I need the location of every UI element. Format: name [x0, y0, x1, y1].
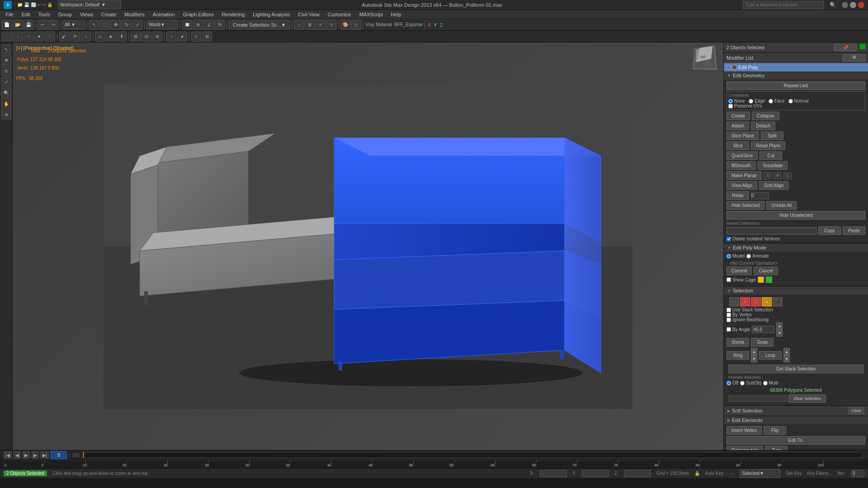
quickslice-btn[interactable]: QuickSlice — [726, 151, 758, 160]
tb-select-region[interactable]: ⬚ — [100, 20, 110, 30]
angle-spin-down[interactable]: ▼ — [776, 329, 783, 337]
menu-group[interactable]: Group — [54, 11, 75, 18]
tb-save[interactable]: 💾 — [24, 20, 33, 30]
lt-scale[interactable]: ⤢ — [1, 77, 11, 87]
preview-off-radio[interactable]: Off — [726, 380, 738, 385]
iter-input[interactable] — [851, 470, 864, 477]
gridalign-btn[interactable]: Grid Align — [759, 181, 788, 190]
workspace-dropdown[interactable]: Workspace: Default ▼ — [58, 0, 121, 9]
minimize-button[interactable] — [842, 2, 848, 8]
hide-unselected-btn[interactable]: Hide Unselected — [726, 211, 865, 220]
ignore-backfacing-checkbox[interactable]: Ignore Backfacing — [726, 317, 865, 322]
tb-weld[interactable]: ○ — [166, 32, 176, 42]
tb-redo[interactable]: ↪ — [48, 20, 58, 30]
section-edit-geometry-header[interactable]: ▼ Edit Geometry — [724, 71, 868, 80]
tb-connect[interactable]: ⊞ — [131, 32, 141, 42]
tb-align[interactable]: ⊞ — [305, 20, 315, 30]
menu-maxscript[interactable]: MAXScript — [356, 11, 387, 18]
tb-open[interactable]: 📂 — [13, 20, 23, 30]
grow-btn[interactable]: Grow — [751, 338, 774, 347]
tb-select[interactable]: ↖ — [89, 20, 99, 30]
create-btn[interactable]: Create — [726, 112, 750, 120]
menu-create[interactable]: Create — [98, 11, 120, 18]
tb-angle-snap[interactable]: ∠ — [204, 20, 214, 30]
tb-snap2[interactable]: ⊕ — [193, 20, 203, 30]
axis-x-btn[interactable]: X — [764, 172, 772, 179]
section-soft-selection-header[interactable]: ▶ Soft Selection Clear — [724, 406, 868, 416]
status-x-input[interactable] — [540, 470, 567, 477]
tb-border-sub[interactable]: □ — [24, 32, 33, 42]
model-radio[interactable]: Model — [726, 253, 745, 258]
create-selection-button[interactable]: Create Selection Sc... ▼ — [229, 20, 290, 29]
tb-element-sub[interactable]: ⬛ — [45, 32, 55, 42]
relax-btn[interactable]: Relax — [726, 191, 749, 200]
section-edit-poly-mode-header[interactable]: ▼ Edit Poly Mode — [724, 244, 868, 252]
edit-poly-modifier[interactable]: Edit Poly — [724, 63, 868, 71]
tb-material[interactable]: 🎨 — [340, 20, 350, 30]
ring-spin-down[interactable]: ▼ — [751, 355, 757, 362]
tb-undo[interactable]: ↩ — [38, 20, 47, 30]
viewport[interactable]: [+] [Perspective] [Shaded] Total 2 Objec… — [13, 42, 723, 450]
animate-radio[interactable]: Animate — [746, 253, 769, 258]
search-input[interactable] — [743, 1, 824, 9]
cage-color-swatch-1[interactable] — [758, 277, 764, 283]
insert-vertex-btn[interactable]: Insert Vertex — [726, 426, 762, 435]
flip-btn[interactable]: Flip — [764, 426, 786, 435]
tb-select-loop[interactable]: ↕ — [81, 32, 91, 42]
menu-edit[interactable]: Edit — [18, 11, 34, 18]
by-angle-checkbox[interactable]: By Angle — [726, 327, 750, 332]
tb-layer[interactable]: ≡ — [316, 20, 326, 30]
nav-cube[interactable]: Top — [693, 46, 720, 73]
selected-dropdown[interactable]: Selected ▼ — [740, 469, 780, 478]
paste-btn[interactable]: Paste — [843, 226, 865, 235]
tb-bridge[interactable]: ⊟ — [142, 32, 151, 42]
mode-dropdown[interactable]: All ▼ — [62, 20, 85, 29]
by-vertex-checkbox[interactable]: By Vertex — [726, 312, 865, 317]
lt-zoom[interactable]: 🔍 — [1, 88, 11, 98]
tb-chamfer[interactable]: ◇ — [95, 32, 105, 42]
ring-spin-up[interactable]: ▲ — [751, 348, 757, 355]
nav-cube-face[interactable]: Top — [693, 46, 717, 69]
attach-btn[interactable]: Attach — [726, 122, 749, 130]
lt-orbit[interactable]: ⊕ — [1, 109, 11, 119]
sel-border-icon[interactable]: □ — [751, 297, 761, 306]
tb-new[interactable]: 📄 — [2, 20, 12, 30]
get-stack-selection-btn[interactable]: Get Stack Selection — [728, 365, 863, 373]
section-selection-header[interactable]: ▼ Selection — [724, 286, 868, 295]
section-edit-elements-header[interactable]: ▶ Edit Elements — [724, 416, 868, 424]
preserve-uvs-checkbox[interactable]: Preserve UVs — [728, 103, 863, 108]
hide-selected-btn[interactable]: Hide Selected — [726, 201, 764, 210]
sel-vertex-icon[interactable]: · — [729, 297, 739, 306]
sel-polygon-icon[interactable]: ■ — [762, 297, 772, 306]
makeplanar-btn[interactable]: Make Planar — [726, 171, 762, 180]
menu-tools[interactable]: Tools — [35, 11, 54, 18]
menu-modifiers[interactable]: Modifiers — [121, 11, 148, 18]
edit-tri-btn[interactable]: Edit Tri. — [726, 436, 865, 445]
loop-btn[interactable]: Loop — [759, 351, 782, 360]
cage-color-swatch-2[interactable] — [766, 277, 772, 283]
commit-btn[interactable]: Commit — [726, 267, 752, 275]
search-icon[interactable]: 🔍 — [830, 2, 836, 8]
tb-move[interactable]: ✥ — [111, 20, 121, 30]
tb-target-weld[interactable]: ⊕ — [152, 32, 162, 42]
shrink-btn[interactable]: Shrink — [726, 338, 749, 347]
lt-rotate[interactable]: ↻ — [1, 66, 11, 76]
timeline-next-frame-btn[interactable]: ▶ — [32, 451, 39, 459]
preview-subobj-radio[interactable]: SubObj — [740, 380, 761, 385]
menu-help[interactable]: Help — [387, 11, 405, 18]
timeline-next-btn[interactable]: ▶| — [41, 451, 49, 459]
axis-z-btn[interactable]: Z — [783, 172, 792, 179]
world-dropdown[interactable]: World ▼ — [146, 20, 178, 29]
tb-curve[interactable]: ∿ — [326, 20, 336, 30]
menu-file[interactable]: File — [2, 11, 17, 18]
menu-views[interactable]: Views — [76, 11, 97, 18]
constraint-none[interactable]: None — [728, 99, 745, 103]
tb-paint-sel[interactable]: 🖌 — [59, 32, 69, 42]
split-btn[interactable]: Split — [761, 131, 783, 140]
tb-poly-sub[interactable]: ■ — [34, 32, 44, 42]
slice-plane-btn[interactable]: Slice Plane — [726, 131, 759, 140]
reset-plane-btn[interactable]: Reset Plane — [751, 141, 785, 150]
menu-rendering[interactable]: Rendering — [218, 11, 249, 18]
tb-scale[interactable]: ⤢ — [132, 20, 142, 30]
lt-pan[interactable]: ✋ — [1, 99, 11, 108]
